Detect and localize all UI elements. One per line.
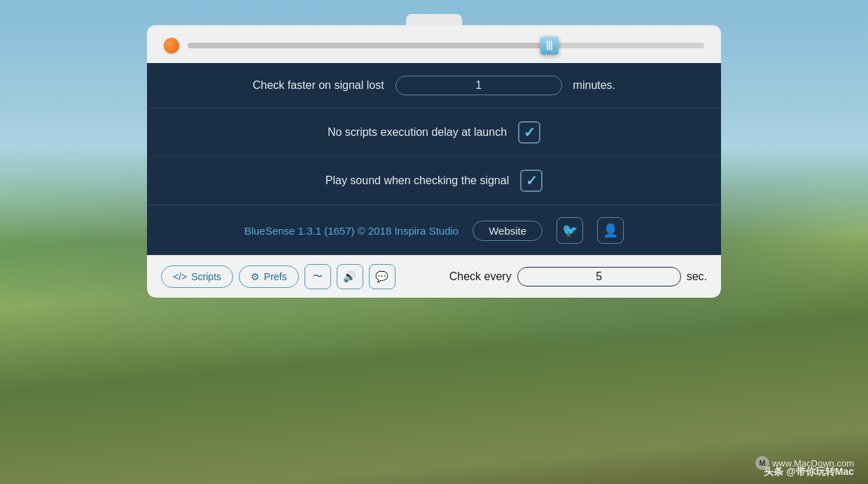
play-sound-check-icon: ✓ (526, 174, 538, 188)
slider-track (188, 43, 704, 48)
check-faster-input[interactable] (396, 76, 562, 95)
sound-button[interactable]: 🔊 (337, 264, 363, 289)
headline-watermark: 头条 @带你玩转Mac (764, 466, 854, 478)
slider-thumb[interactable] (540, 36, 559, 55)
check-every-input[interactable] (517, 267, 681, 286)
twitter-button[interactable]: 🐦 (556, 217, 583, 244)
twitter-icon: 🐦 (562, 223, 578, 238)
message-icon: 💬 (375, 270, 388, 283)
scripts-code-icon: </> (173, 271, 187, 282)
play-sound-label: Play sound when checking the signal (326, 174, 509, 187)
slider-track-container[interactable] (188, 38, 704, 53)
waveform-icon: 〜 (313, 270, 323, 283)
no-scripts-checkbox[interactable]: ✓ (518, 121, 540, 144)
check-every-suffix: sec. (687, 270, 707, 283)
slider-section (147, 25, 721, 63)
no-scripts-row: No scripts execution delay at launch ✓ (147, 109, 721, 157)
play-sound-checkbox[interactable]: ✓ (520, 170, 542, 192)
waveform-button[interactable]: 〜 (304, 264, 331, 289)
main-dark-panel: Check faster on signal lost minutes. No … (147, 63, 721, 298)
no-scripts-label: No scripts execution delay at launch (328, 126, 507, 139)
check-faster-suffix: minutes. (573, 79, 615, 92)
check-faster-label: Check faster on signal lost (253, 79, 384, 92)
main-panel-wrapper: Check faster on signal lost minutes. No … (147, 14, 721, 298)
gear-icon: ⚙ (251, 271, 260, 282)
prefs-label: Prefs (264, 271, 287, 282)
prefs-button[interactable]: ⚙ Prefs (239, 265, 299, 288)
sound-icon: 🔊 (343, 270, 356, 283)
info-row: BlueSense 1.3.1 (1657) © 2018 Inspira St… (147, 205, 721, 255)
message-button[interactable]: 💬 (369, 264, 396, 289)
person-button[interactable]: 👤 (597, 217, 624, 244)
slider-fill (188, 43, 550, 48)
scripts-button[interactable]: </> Scripts (161, 265, 233, 288)
no-scripts-check-icon: ✓ (524, 125, 536, 139)
check-faster-row: Check faster on signal lost minutes. (147, 63, 721, 109)
scripts-label: Scripts (191, 271, 221, 282)
app-info-text: BlueSense 1.3.1 (1657) © 2018 Inspira St… (244, 225, 458, 237)
signal-dot (164, 38, 179, 53)
person-icon: 👤 (603, 223, 618, 238)
panel-notch (406, 14, 462, 25)
website-button[interactable]: Website (472, 221, 542, 241)
check-every-label: Check every (449, 270, 512, 283)
play-sound-row: Play sound when checking the signal ✓ (147, 157, 721, 205)
toolbar-row: </> Scripts ⚙ Prefs 〜 🔊 💬 Check every se… (147, 255, 721, 298)
